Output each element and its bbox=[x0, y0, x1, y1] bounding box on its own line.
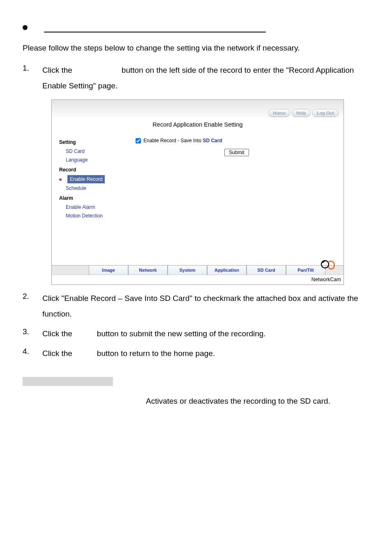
step-number: 2. bbox=[23, 291, 42, 322]
sidebar-item-enable-record[interactable]: Enable Record bbox=[59, 175, 127, 183]
sidebar-item-enable-alarm[interactable]: Enable Alarm bbox=[66, 203, 127, 211]
submit-button[interactable]: Submit bbox=[224, 149, 249, 156]
description-text: Activates or deactivates the recording t… bbox=[146, 395, 369, 407]
sd-card-link[interactable]: SD Card bbox=[203, 138, 222, 143]
app-screenshot: Home Help Log Out Record Application Ena… bbox=[51, 99, 344, 285]
svg-point-0 bbox=[321, 261, 329, 268]
bottom-tab-bar: Image Network System Application SD Card… bbox=[52, 265, 344, 275]
tab-network[interactable]: Network bbox=[128, 265, 168, 275]
page-title: Record Application Enable Setting bbox=[52, 120, 344, 129]
tab-system[interactable]: System bbox=[168, 265, 207, 275]
sidebar-item-motion-detection[interactable]: Motion Detection bbox=[66, 212, 127, 220]
help-button[interactable]: Help bbox=[292, 109, 311, 118]
active-dot-icon bbox=[59, 178, 62, 181]
home-button[interactable]: Home bbox=[268, 109, 290, 118]
step-number: 4. bbox=[23, 346, 42, 361]
step-number: 3. bbox=[23, 326, 42, 342]
step-2-text: Click "Enable Record – Save Into SD Card… bbox=[42, 291, 369, 322]
sidebar-heading-record: Record bbox=[59, 166, 127, 173]
step-1-text: Click thebutton on the left side of the … bbox=[42, 62, 369, 94]
sidebar-item-language[interactable]: Language bbox=[66, 156, 127, 164]
sidebar-heading-setting: Setting bbox=[59, 139, 127, 146]
tab-application[interactable]: Application bbox=[207, 265, 247, 275]
tab-image[interactable]: Image bbox=[89, 265, 128, 275]
logout-button[interactable]: Log Out bbox=[312, 109, 339, 118]
sidebar-item-sdcard[interactable]: SD Card bbox=[66, 148, 127, 155]
enable-record-checkbox[interactable] bbox=[136, 138, 141, 143]
description-heading-placeholder bbox=[23, 377, 113, 386]
checkbox-label: Enable Record - Save Into SD Card bbox=[143, 138, 222, 143]
step-number: 1. bbox=[23, 62, 42, 94]
intro-text: Please follow the steps below to change … bbox=[23, 42, 369, 54]
section-heading-placeholder bbox=[44, 23, 266, 32]
step-4-text: Click thebutton to return to the home pa… bbox=[42, 346, 369, 361]
bullet-icon bbox=[23, 25, 28, 30]
sidebar-item-schedule[interactable]: Schedule bbox=[66, 185, 127, 192]
brand-logo-icon bbox=[320, 258, 336, 270]
brand-name: NetworkCam bbox=[311, 276, 341, 284]
step-3-text: Click thebutton to submit the new settin… bbox=[42, 326, 369, 342]
sidebar: Setting SD Card Language Record Enable R… bbox=[52, 134, 130, 265]
sidebar-heading-alarm: Alarm bbox=[59, 194, 127, 202]
tab-sdcard[interactable]: SD Card bbox=[247, 265, 286, 275]
